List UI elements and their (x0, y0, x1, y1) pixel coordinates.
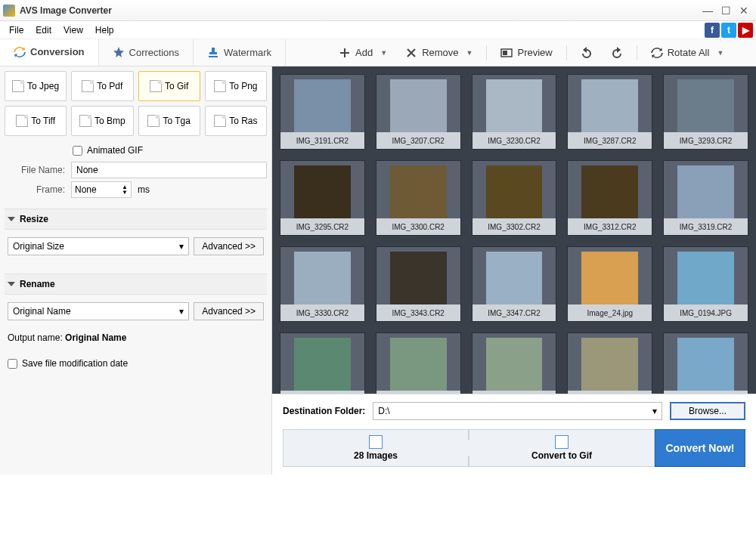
rotate-right-button[interactable] (603, 44, 631, 62)
thumbnail-image (294, 79, 351, 132)
format-jpeg[interactable]: To Jpeg (5, 71, 67, 101)
youtube-icon[interactable]: ▶ (738, 23, 753, 38)
save-mod-checkbox[interactable] (8, 359, 17, 369)
thumbnail-gallery[interactable]: IMG_3191.CR2IMG_3207.CR2IMG_3230.CR2IMG_… (272, 66, 756, 394)
file-name-input[interactable] (71, 162, 267, 178)
preview-button[interactable]: Preview (493, 44, 559, 62)
rotate-left-button[interactable] (573, 44, 600, 62)
format-pdf[interactable]: To Pdf (71, 71, 133, 101)
output-name-row: Output name: Original Name (5, 328, 267, 348)
frame-spinner[interactable]: None▲▼ (71, 181, 132, 198)
resize-advanced-button[interactable]: Advanced >> (194, 237, 264, 255)
format-tiff-label: To Tiff (31, 116, 55, 126)
close-button[interactable]: ✕ (735, 4, 753, 17)
output-name-label: Output name: (8, 332, 63, 343)
thumbnail[interactable]: IMG_3300.CR2 (376, 160, 461, 236)
add-label: Add (355, 47, 373, 58)
resize-combo[interactable]: Original Size▾ (8, 237, 189, 255)
format-ras[interactable]: To Ras (205, 106, 267, 136)
plus-icon (339, 47, 351, 59)
rename-header[interactable]: Rename (5, 274, 267, 295)
thumbnail-image (294, 338, 351, 391)
dest-folder-combo[interactable]: D:\▾ (373, 402, 662, 420)
file-icon (79, 115, 91, 127)
twitter-icon[interactable]: t (721, 23, 736, 38)
rename-combo[interactable]: Original Name▾ (8, 302, 189, 320)
thumbnail-image (677, 165, 734, 218)
format-gif[interactable]: To Gif (138, 71, 200, 101)
thumbnail[interactable]: IMG_0195.JPG (280, 332, 365, 394)
format-png[interactable]: To Png (205, 71, 267, 101)
thumbnail[interactable]: IMG_3230.CR2 (472, 74, 557, 150)
thumbnail[interactable]: IMG_0200.JPG (567, 332, 652, 394)
thumbnail-image (486, 79, 543, 132)
thumbnail[interactable]: IMG_3343.CR2 (376, 246, 461, 322)
rename-advanced-button[interactable]: Advanced >> (194, 302, 264, 320)
thumbnail[interactable]: Image_24.jpg (567, 246, 652, 322)
resize-value: Original Size (13, 241, 64, 252)
format-pdf-label: To Pdf (97, 81, 122, 91)
thumbnail-image (390, 252, 447, 304)
format-jpeg-label: To Jpeg (27, 81, 59, 91)
thumbnail-caption: IMG_3300.CR2 (376, 218, 460, 235)
thumbnail[interactable]: IMG_0197.JPG (376, 332, 461, 394)
file-icon (147, 115, 160, 127)
thumbnail[interactable]: IMG_3207.CR2 (376, 74, 461, 150)
menu-help[interactable]: Help (89, 23, 120, 37)
thumbnail[interactable]: IMG_0194.JPG (663, 246, 748, 322)
file-icon (12, 80, 24, 92)
thumbnail-caption: IMG_0200.JPG (568, 391, 652, 394)
thumbnail[interactable]: IMG_3287.CR2 (567, 74, 652, 150)
remove-button[interactable]: Remove▼ (398, 44, 480, 62)
browse-button[interactable]: Browse... (670, 402, 745, 420)
maximize-button[interactable]: ☐ (717, 4, 735, 17)
thumbnail[interactable]: IMG_3191.CR2 (280, 74, 365, 150)
convert-now-button[interactable]: Convert Now! (655, 429, 745, 467)
step-images[interactable]: 28 Images (283, 429, 469, 467)
menu-edit[interactable]: Edit (29, 23, 57, 37)
tab-conversion[interactable]: Conversion (0, 39, 99, 66)
thumbnail-caption: IMG_3343.CR2 (376, 304, 460, 321)
format-tga[interactable]: To Tga (138, 106, 200, 136)
step-convert-to[interactable]: Convert to Gif (469, 429, 655, 467)
format-ras-label: To Ras (229, 116, 257, 126)
menubar: File Edit View Help f t ▶ (0, 21, 756, 39)
thumbnail[interactable]: IMG_3295.CR2 (280, 160, 365, 236)
thumbnail-image (390, 165, 447, 218)
file-icon (555, 435, 569, 449)
rotate-all-button[interactable]: Rotate All▼ (643, 44, 732, 62)
add-button[interactable]: Add▼ (331, 44, 395, 62)
tab-corrections[interactable]: Corrections (99, 39, 194, 66)
thumbnail[interactable]: IMG_3330.CR2 (280, 246, 365, 322)
thumbnail-caption: IMG_3191.CR2 (280, 132, 364, 149)
thumbnail[interactable]: IMG_3293.CR2 (663, 74, 748, 150)
thumbnail[interactable]: IMG_3347.CR2 (472, 246, 557, 322)
rotate-left-icon (581, 47, 593, 59)
thumbnail-caption: IMG_3287.CR2 (568, 132, 652, 149)
thumbnail[interactable]: IMG_3319.CR2 (663, 160, 748, 236)
thumbnail[interactable]: IMG_3312.CR2 (567, 160, 652, 236)
rename-value: Original Name (13, 306, 71, 317)
thumbnail-caption: IMG_0194.JPG (664, 304, 748, 321)
animated-gif-checkbox[interactable] (73, 146, 82, 156)
resize-header[interactable]: Resize (5, 209, 267, 230)
menu-file[interactable]: File (3, 23, 29, 37)
tab-watermark[interactable]: Watermark (194, 39, 286, 66)
svg-rect-2 (503, 51, 507, 55)
thumbnail[interactable]: IMG_0198.JPG (472, 332, 557, 394)
animated-gif-label: Animated GIF (87, 145, 143, 156)
file-icon (214, 80, 226, 92)
thumbnail[interactable]: IMG_3302.CR2 (472, 160, 557, 236)
minimize-button[interactable]: — (699, 4, 717, 17)
thumbnail-image (581, 79, 638, 132)
thumbnail-caption: IMG_3302.CR2 (472, 218, 556, 235)
thumbnail-image (677, 79, 734, 132)
format-bmp[interactable]: To Bmp (71, 106, 133, 136)
tab-corrections-label: Corrections (129, 47, 179, 58)
format-tiff[interactable]: To Tiff (5, 106, 67, 136)
facebook-icon[interactable]: f (705, 23, 720, 38)
thumbnail[interactable]: IMG_0201.JPG (663, 332, 748, 394)
rotate-all-label: Rotate All (668, 47, 710, 58)
titlebar: AVS Image Converter — ☐ ✕ (0, 0, 756, 21)
menu-view[interactable]: View (57, 23, 89, 37)
